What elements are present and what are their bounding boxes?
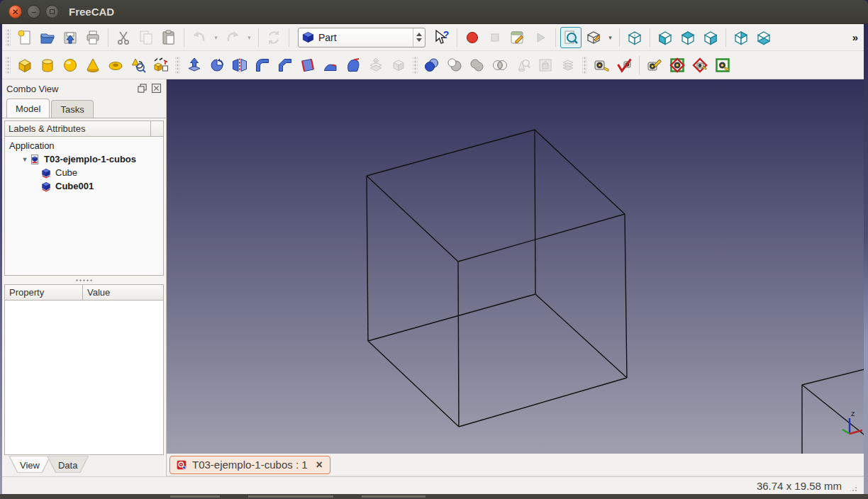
whats-this-button[interactable]: ?	[431, 27, 452, 48]
part-chamfer-button[interactable]	[274, 55, 296, 76]
view-right-button[interactable]	[700, 27, 721, 48]
tree-item-cube[interactable]: Cube	[5, 166, 163, 179]
toolbar-drag-handle[interactable]	[6, 29, 11, 46]
part-mirror-button[interactable]	[229, 55, 250, 76]
open-document-button[interactable]	[37, 27, 58, 48]
part-thickness-icon	[390, 57, 407, 74]
tree-item-application[interactable]: Application	[5, 139, 163, 152]
whats-this-icon: ?	[433, 29, 450, 46]
redo-icon	[224, 29, 241, 46]
part-ruled-surface-button[interactable]	[320, 55, 341, 76]
cut-button[interactable]	[113, 27, 134, 48]
view-front-button[interactable]	[655, 27, 676, 48]
measure-toggle-delta-button[interactable]	[689, 55, 711, 76]
spinner-arrows-icon[interactable]	[413, 28, 425, 47]
part-union-button[interactable]	[467, 55, 488, 76]
part-torus-button[interactable]	[105, 55, 126, 76]
measure-angular-button[interactable]	[613, 55, 635, 76]
window-maximize-button[interactable]	[45, 5, 59, 18]
view-rear-button[interactable]	[730, 27, 752, 48]
part-sphere-button[interactable]	[60, 55, 81, 76]
tab-model[interactable]: Model	[6, 99, 50, 118]
toolbar-separator	[108, 28, 108, 47]
part-torus-icon	[107, 57, 124, 74]
toolbar-drag-handle[interactable]	[175, 57, 180, 74]
redo-button	[222, 27, 243, 48]
part-cone-button[interactable]	[82, 55, 104, 76]
value-column-header: Value	[82, 284, 164, 301]
tab-tasks[interactable]: Tasks	[51, 100, 93, 118]
part-revolve-button[interactable]	[206, 55, 228, 76]
toolbar-separator	[289, 28, 289, 47]
window-close-button[interactable]: ✕	[9, 5, 22, 18]
measure-linear-button[interactable]	[591, 55, 612, 76]
part-loft-button[interactable]	[343, 55, 364, 76]
panel-splitter[interactable]	[4, 276, 164, 284]
toolbar-separator	[258, 28, 259, 47]
toolbar-drag-handle[interactable]	[582, 57, 587, 74]
view-axonometric-button[interactable]	[624, 27, 645, 48]
macro-edit-button[interactable]	[507, 27, 528, 48]
measure-clear-all-button[interactable]	[644, 55, 665, 76]
part-make-face-button[interactable]	[297, 55, 318, 76]
measure-toggle-3d-icon	[714, 57, 731, 74]
tab-data[interactable]: Data	[47, 456, 89, 474]
document-tab[interactable]: T03-ejemplo-1-cubos : 1 ×	[169, 456, 330, 474]
resize-grip[interactable]	[849, 483, 858, 493]
part-cube-item-icon	[40, 167, 52, 179]
measure-toggle-all-icon	[669, 57, 686, 74]
property-table-body[interactable]	[4, 301, 164, 455]
toolbar-overflow-button[interactable]: »	[852, 31, 858, 43]
redo-dropdown-icon[interactable]: ▾	[245, 27, 254, 48]
part-fillet-button[interactable]	[252, 55, 273, 76]
measure-toggle-all-button[interactable]	[667, 55, 688, 76]
fit-all-icon	[562, 29, 579, 46]
tab-view[interactable]: View	[9, 456, 51, 474]
open-folder-icon	[39, 29, 56, 46]
part-boolean-button[interactable]	[421, 55, 443, 76]
part-makeface-icon	[299, 57, 316, 74]
part-cylinder-button[interactable]	[37, 55, 58, 76]
measure-clear-all-icon	[646, 57, 663, 74]
part-extrude-button[interactable]	[184, 55, 205, 76]
part-sphere-icon	[62, 57, 79, 74]
status-bar: 36.74 x 19.58 mm	[2, 476, 864, 494]
print-icon	[84, 29, 101, 46]
draw-style-dropdown-icon[interactable]: ▾	[606, 27, 615, 48]
part-revolve-icon	[208, 57, 226, 74]
dock-float-icon[interactable]	[136, 83, 148, 94]
document-tab-close-icon[interactable]: ×	[315, 459, 324, 471]
toolbar-drag-handle[interactable]	[413, 57, 418, 74]
part-check-geometry-button	[512, 55, 533, 76]
tree-expander-icon[interactable]: ▼	[21, 156, 29, 163]
part-intersection-button[interactable]	[489, 55, 511, 76]
window-minimize-button[interactable]: –	[27, 5, 40, 18]
dock-close-icon[interactable]	[150, 83, 162, 94]
new-document-button[interactable]	[14, 27, 35, 48]
tree-column-header: Labels & Attributes	[4, 120, 151, 137]
draw-style-button[interactable]	[583, 27, 604, 48]
axis-z-label: z	[851, 409, 855, 417]
part-box-button[interactable]	[14, 55, 35, 76]
tree-item-t03-ejemplo-1-cubos[interactable]: ▼T03-ejemplo-1-cubos	[5, 152, 163, 166]
toolbar-drag-handle[interactable]	[6, 57, 11, 74]
refresh-button	[263, 27, 284, 48]
part-shape-builder-button[interactable]	[150, 55, 172, 76]
fit-all-button[interactable]	[560, 27, 582, 48]
macro-record-button[interactable]	[462, 27, 483, 48]
view-top-icon	[679, 29, 696, 46]
print-button[interactable]	[82, 27, 104, 48]
view-bottom-button[interactable]	[753, 27, 774, 48]
macro-play-button	[530, 27, 551, 48]
undo-dropdown-icon[interactable]: ▾	[211, 27, 221, 48]
paste-button[interactable]	[158, 27, 179, 48]
save-document-button[interactable]	[60, 27, 81, 48]
tree-item-cube001[interactable]: Cube001	[5, 179, 163, 193]
draw-style-icon	[585, 29, 602, 46]
workbench-selector[interactable]: Part	[298, 28, 425, 47]
part-create-primitives-button[interactable]	[128, 55, 149, 76]
3d-viewport[interactable]: zx	[167, 79, 864, 454]
view-top-button[interactable]	[677, 27, 699, 48]
measure-toggle-3d-button[interactable]	[712, 55, 733, 76]
part-cut-button[interactable]	[444, 55, 465, 76]
